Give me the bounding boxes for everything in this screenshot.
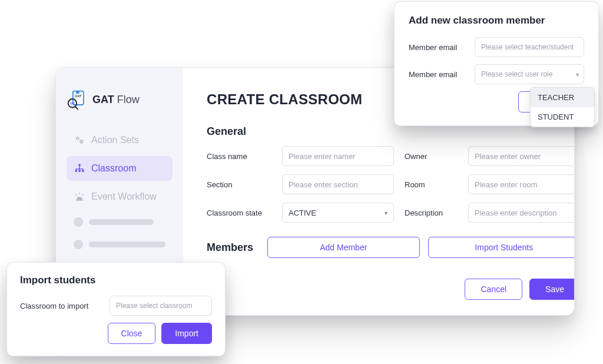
- label-description: Description: [405, 209, 458, 217]
- nav-skeleton-row: [67, 235, 173, 254]
- members-heading: Members: [207, 241, 253, 254]
- select-member-role[interactable]: Please select user role ▾: [475, 64, 584, 84]
- general-form: Class name Owner Section Room Classroom …: [207, 146, 574, 223]
- label-section: Section: [207, 180, 271, 189]
- alarm-icon: [74, 191, 85, 203]
- label-room: Room: [405, 180, 458, 189]
- label-state: Classroom state: [207, 209, 271, 217]
- general-heading: General: [207, 125, 574, 138]
- brand-name: GAT Flow: [92, 94, 140, 106]
- brand-icon: GAT {a}: [67, 89, 88, 110]
- svg-rect-9: [78, 164, 80, 166]
- add-member-button[interactable]: Add Member: [267, 237, 419, 258]
- modal-row-role: Member email Please select user role ▾: [409, 64, 584, 84]
- label-member-role: Member email: [409, 70, 468, 79]
- label-class-name: Class name: [207, 152, 271, 161]
- svg-text:{a}: {a}: [70, 101, 75, 105]
- svg-rect-12: [82, 170, 84, 172]
- role-option-teacher[interactable]: TEACHER: [531, 88, 594, 107]
- hierarchy-icon: [74, 163, 85, 174]
- input-member-email[interactable]: [475, 37, 584, 57]
- svg-rect-13: [75, 200, 83, 201]
- label-owner: Owner: [405, 152, 458, 161]
- label-classroom-to-import: Classroom to import: [20, 302, 102, 310]
- svg-point-6: [77, 138, 78, 139]
- nav-skeleton-row: [67, 213, 173, 231]
- svg-rect-11: [78, 170, 80, 172]
- gears-icon: [74, 134, 85, 146]
- input-description[interactable]: [468, 203, 574, 223]
- cancel-button[interactable]: Cancel: [465, 279, 522, 300]
- input-classroom-to-import[interactable]: [110, 296, 212, 316]
- input-class-name[interactable]: [282, 146, 394, 166]
- select-role-placeholder: Please select user role: [481, 70, 552, 78]
- sidebar-item-label: Action Sets: [91, 135, 139, 145]
- import-close-button[interactable]: Close: [108, 323, 156, 344]
- import-modal-actions: Close Import: [20, 323, 212, 344]
- svg-rect-10: [75, 170, 77, 172]
- select-state[interactable]: ACTIVE ▾: [282, 203, 394, 223]
- input-owner[interactable]: [468, 146, 574, 166]
- chevron-down-icon: ▾: [576, 71, 579, 78]
- svg-line-3: [75, 107, 77, 110]
- sidebar-item-classroom[interactable]: Classroom: [67, 156, 173, 181]
- sidebar-item-label: Classroom: [91, 163, 136, 174]
- sidebar-item-label: Event Workflow: [91, 191, 157, 202]
- sidebar-item-action-sets[interactable]: Action Sets: [67, 128, 173, 153]
- sidebar-nav: Action Sets Classroom: [67, 128, 173, 276]
- label-member-email: Member email: [409, 43, 468, 52]
- svg-text:GAT: GAT: [75, 94, 82, 98]
- sidebar-item-event-workflow[interactable]: Event Workflow: [67, 184, 173, 209]
- chevron-down-icon: ▾: [385, 210, 387, 216]
- import-students-button[interactable]: Import Students: [428, 237, 574, 258]
- role-dropdown: TEACHER STUDENT: [530, 87, 595, 127]
- footer-actions: Cancel Save: [207, 279, 574, 300]
- modal-row-email: Member email: [409, 37, 584, 57]
- brand: GAT {a} GAT Flow: [67, 89, 173, 110]
- input-section[interactable]: [282, 174, 394, 194]
- input-room[interactable]: [468, 174, 574, 194]
- modal-row-classroom: Classroom to import: [20, 296, 212, 316]
- select-state-value: ACTIVE: [289, 209, 316, 217]
- svg-point-8: [81, 141, 82, 143]
- save-button[interactable]: Save: [529, 279, 574, 300]
- import-modal-title: Import students: [20, 274, 212, 286]
- add-member-modal-title: Add new classroom member: [409, 15, 584, 27]
- import-submit-button[interactable]: Import: [161, 323, 212, 344]
- members-row: Members Add Member Import Students: [207, 237, 574, 258]
- import-students-modal: Import students Classroom to import Clos…: [7, 263, 225, 356]
- role-option-student[interactable]: STUDENT: [531, 107, 594, 127]
